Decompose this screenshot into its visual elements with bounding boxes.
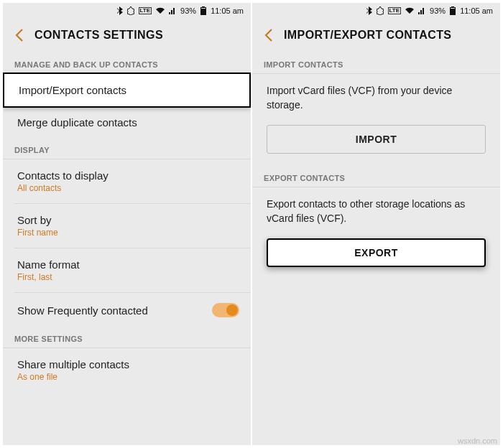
signal-icon	[418, 7, 425, 14]
screen-contacts-settings: LTE 93% 11:05 am CONTACTS SETTINGS MANAG…	[3, 3, 251, 445]
clock: 11:05 am	[211, 6, 244, 15]
status-bar: LTE 93% 11:05 am	[252, 3, 500, 19]
row-label: Share multiple contacts	[17, 358, 239, 370]
section-display: DISPLAY	[3, 139, 251, 159]
volte-icon: LTE	[388, 7, 402, 14]
header: IMPORT/EXPORT CONTACTS	[252, 19, 500, 53]
row-label: Show Frequently contacted	[17, 304, 148, 317]
header: CONTACTS SETTINGS	[3, 19, 251, 53]
row-value: First, last	[17, 272, 239, 282]
page-title: CONTACTS SETTINGS	[34, 29, 163, 42]
row-label: Sort by	[17, 214, 239, 226]
row-value: All contacts	[17, 183, 239, 193]
row-label: Contacts to display	[17, 169, 239, 182]
svg-rect-4	[451, 6, 454, 7]
wifi-icon	[156, 7, 165, 14]
back-icon[interactable]	[14, 29, 24, 42]
dnd-icon	[377, 6, 384, 15]
section-export: EXPORT CONTACTS	[252, 167, 500, 187]
battery-icon	[200, 6, 206, 15]
section-manage: MANAGE AND BACK UP CONTACTS	[3, 53, 251, 74]
toggle-on-icon[interactable]	[212, 303, 239, 317]
row-sort-by[interactable]: Sort by First name	[3, 204, 251, 248]
row-label: Import/Export contacts	[19, 84, 238, 96]
status-bar: LTE 93% 11:05 am	[3, 3, 251, 19]
row-value: As one file	[17, 372, 239, 382]
export-button[interactable]: EXPORT	[267, 238, 486, 267]
signal-icon	[169, 7, 176, 14]
row-import-export[interactable]: Import/Export contacts	[3, 73, 251, 108]
battery-icon	[450, 6, 456, 15]
svg-rect-2	[201, 8, 206, 9]
clock: 11:05 am	[460, 6, 493, 15]
back-icon[interactable]	[264, 29, 274, 42]
export-description: Export contacts to other storage locatio…	[252, 187, 500, 228]
svg-rect-5	[451, 8, 455, 9]
battery-percent: 93%	[180, 6, 196, 15]
row-name-format[interactable]: Name format First, last	[3, 248, 251, 292]
bluetooth-icon	[366, 6, 372, 15]
row-merge-duplicates[interactable]: Merge duplicate contacts	[3, 106, 251, 139]
watermark: wsxdn.com	[458, 437, 497, 445]
volte-icon: LTE	[139, 7, 152, 14]
page-title: IMPORT/EXPORT CONTACTS	[284, 29, 451, 42]
import-description: Import vCard files (VCF) from your devic…	[252, 74, 500, 115]
section-more: MORE SETTINGS	[3, 327, 251, 348]
empty-area	[3, 392, 251, 445]
empty-area	[252, 280, 500, 445]
dnd-icon	[127, 6, 134, 15]
row-label: Name format	[17, 258, 239, 271]
section-import: IMPORT CONTACTS	[252, 53, 500, 74]
row-label: Merge duplicate contacts	[17, 116, 239, 129]
svg-rect-1	[202, 6, 205, 7]
row-share-multiple[interactable]: Share multiple contacts As one file	[3, 348, 251, 392]
screen-import-export: LTE 93% 11:05 am IMPORT/EXPORT CONTACTS …	[252, 3, 500, 445]
row-value: First name	[17, 228, 239, 238]
battery-percent: 93%	[430, 6, 446, 15]
bluetooth-icon	[117, 6, 123, 15]
import-button[interactable]: IMPORT	[267, 125, 486, 154]
row-show-frequently[interactable]: Show Frequently contacted	[3, 293, 251, 327]
wifi-icon	[405, 7, 414, 14]
row-contacts-to-display[interactable]: Contacts to display All contacts	[3, 159, 251, 203]
